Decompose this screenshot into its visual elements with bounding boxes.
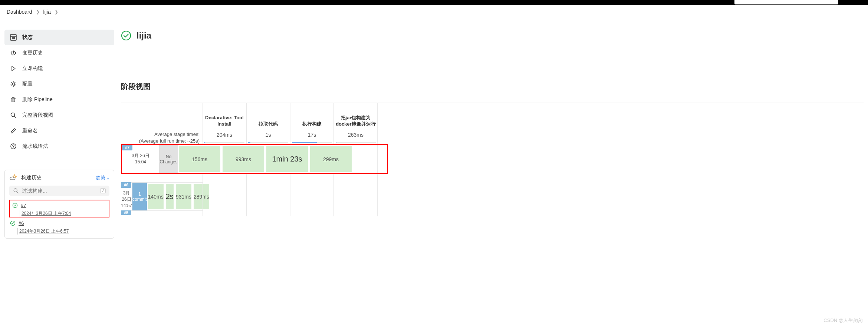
- breadcrumb-dashboard[interactable]: Dashboard: [7, 9, 32, 15]
- stage-avg-cell: 1s: [247, 130, 290, 144]
- trash-icon: [10, 96, 17, 103]
- build-number: #6: [19, 220, 24, 226]
- chevron-right-icon: ❯: [55, 9, 58, 14]
- weather-icon: [9, 174, 17, 182]
- chevron-right-icon: ❯: [36, 9, 40, 14]
- top-bar: [0, 0, 868, 5]
- success-icon: [121, 30, 131, 41]
- sidebar-item-label: 重命名: [22, 127, 38, 134]
- stage-avg-cell: 263ms: [334, 130, 377, 144]
- sidebar: 状态 变更历史 立即构建 配置 删除 Pipeline 完整阶段视图 重命名: [4, 19, 114, 239]
- build-entry[interactable]: #6: [9, 219, 109, 227]
- sidebar-item-label: 流水线语法: [22, 143, 48, 150]
- svg-point-18: [122, 31, 131, 40]
- stage-view-title: 阶段视图: [121, 82, 864, 92]
- build-filter[interactable]: /: [9, 186, 109, 196]
- trend-link[interactable]: 趋势 ⌄: [96, 174, 109, 181]
- run-commit[interactable]: NoChanges: [159, 145, 178, 173]
- run-row[interactable]: #5: [121, 210, 203, 216]
- page-title: lijia: [137, 30, 151, 41]
- sidebar-item-label: 删除 Pipeline: [22, 96, 53, 103]
- sidebar-item-configure[interactable]: 配置: [4, 76, 114, 92]
- avg-label-2: (Average full run time: ~25s): [121, 138, 200, 144]
- pencil-icon: [10, 127, 17, 134]
- svg-line-12: [16, 175, 16, 175]
- search-icon: [10, 112, 17, 119]
- stage-cell[interactable]: 299ms: [309, 145, 353, 173]
- build-filter-input[interactable]: [22, 188, 100, 194]
- play-icon: [10, 65, 17, 72]
- stage-cell[interactable]: 1min 23s: [265, 145, 309, 173]
- run-commit[interactable]: 1commit: [132, 183, 147, 210]
- run-badge: #5: [121, 210, 131, 215]
- run-badge: #6: [121, 182, 131, 188]
- sidebar-item-label: 配置: [22, 81, 33, 87]
- run-row[interactable]: #63月 26日14:571commit140ms2s931ms289ms: [121, 182, 203, 210]
- stage-header: 执行构建: [290, 103, 333, 130]
- sidebar-item-rename[interactable]: 重命名: [4, 123, 114, 139]
- stage-cell[interactable]: 140ms: [147, 183, 165, 210]
- sidebar-item-status[interactable]: 状态: [4, 30, 114, 45]
- build-history-title: 构建历史: [21, 174, 42, 181]
- breadcrumb-project[interactable]: lijia: [43, 9, 51, 15]
- sidebar-item-label: 状态: [22, 34, 33, 41]
- stage-avg-cell: 17s: [290, 130, 333, 144]
- code-icon: [10, 49, 17, 57]
- breadcrumb: Dashboard ❯ lijia ❯: [0, 5, 868, 19]
- sidebar-item-label: 变更历史: [22, 50, 43, 56]
- svg-point-9: [13, 147, 14, 148]
- sidebar-item-full-stage-view[interactable]: 完整阶段视图: [4, 107, 114, 123]
- success-icon: [10, 220, 16, 226]
- svg-line-7: [14, 116, 16, 118]
- run-row[interactable]: #73月 26日15:04NoChanges156ms993ms1min 23s…: [122, 145, 353, 173]
- svg-line-15: [17, 192, 18, 193]
- sidebar-item-changes[interactable]: 变更历史: [4, 45, 114, 61]
- slash-shortcut: /: [100, 188, 106, 193]
- stage-cell[interactable]: 156ms: [178, 145, 221, 173]
- sidebar-item-build-now[interactable]: 立即构建: [4, 61, 114, 76]
- build-entry[interactable]: #7: [11, 201, 107, 210]
- run-label: #73月 26日15:04: [122, 145, 159, 173]
- stage-avg-cell: 204ms: [203, 130, 246, 144]
- avg-label: Average stage times:: [121, 131, 200, 138]
- stage-cell[interactable]: 931ms: [175, 183, 193, 210]
- help-icon: [10, 143, 17, 150]
- build-date[interactable]: 2024年3月26日 上午6:57: [17, 228, 109, 234]
- stage-cell[interactable]: 993ms: [221, 145, 265, 173]
- sidebar-item-label: 完整阶段视图: [22, 112, 53, 119]
- sidebar-item-delete[interactable]: 删除 Pipeline: [4, 92, 114, 107]
- main-content: lijia 阶段视图 Average stage times: (Average…: [121, 19, 864, 239]
- run-badge: #7: [122, 145, 132, 150]
- stage-table: Average stage times: (Average full run t…: [121, 103, 864, 216]
- success-icon: [12, 203, 18, 208]
- build-number: #7: [21, 203, 26, 208]
- status-icon: [10, 34, 17, 41]
- global-search[interactable]: [734, 0, 838, 4]
- stage-header: 拉取代码: [247, 103, 290, 130]
- sidebar-item-label: 立即构建: [22, 65, 43, 72]
- stage-header: 把jar包构建为docker镜像并运行: [334, 103, 377, 130]
- sidebar-item-pipeline-syntax[interactable]: 流水线语法: [4, 139, 114, 154]
- gear-icon: [10, 80, 17, 88]
- svg-point-5: [12, 83, 14, 85]
- highlighted-build: #7 2024年3月26日 上午7:04: [9, 200, 109, 217]
- svg-line-4: [13, 51, 14, 55]
- stage-header: Declarative: Tool Install: [203, 103, 246, 130]
- run-label: #63月 26日14:57: [121, 183, 132, 210]
- stage-cell[interactable]: 2s: [165, 183, 175, 210]
- build-date[interactable]: 2024年3月26日 上午7:04: [20, 210, 107, 217]
- build-history-panel: 构建历史 趋势 ⌄ / #7 2024年3月26日 上午7:04 #6: [4, 170, 114, 239]
